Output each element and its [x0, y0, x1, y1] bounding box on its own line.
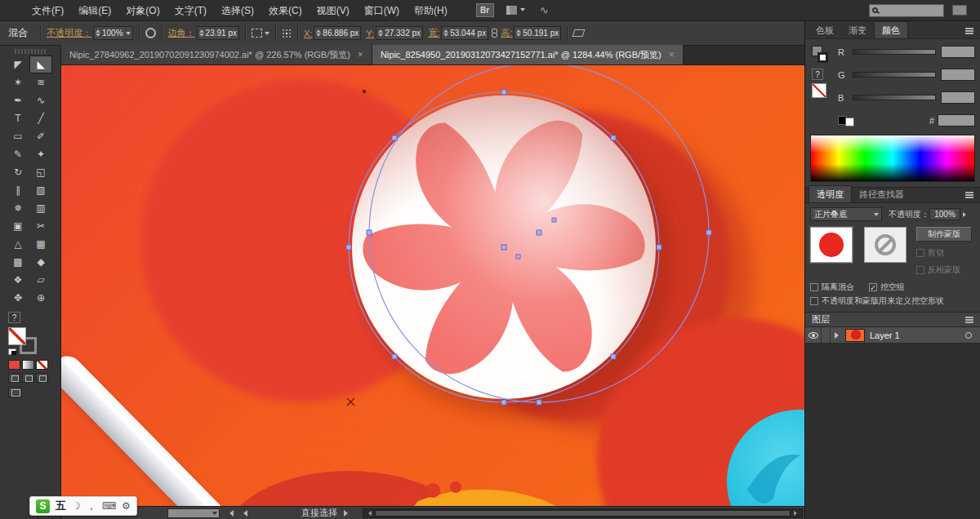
tab-gradient[interactable]: 渐变 — [841, 22, 874, 38]
tool-free-transform[interactable]: ▧ — [29, 181, 52, 199]
bridge-button[interactable]: Br — [476, 3, 494, 17]
tool-rotate[interactable]: ↻ — [7, 163, 29, 181]
make-mask-button[interactable]: 制作蒙版 — [916, 227, 972, 242]
opacity-field[interactable]: 100% — [929, 208, 960, 220]
tab-color[interactable]: 颜色 — [874, 21, 908, 38]
menu-file[interactable]: 文件(F) — [24, 0, 71, 21]
stepper-icon[interactable] — [378, 27, 383, 39]
menu-help[interactable]: 帮助(H) — [407, 0, 455, 21]
corner-link[interactable]: 边角： — [168, 27, 195, 39]
first-artboard-icon[interactable] — [226, 510, 234, 517]
isolate-blending-checkbox[interactable] — [810, 283, 818, 291]
default-fill-stroke-icon[interactable] — [8, 348, 16, 355]
tool-direct-selection[interactable]: ◣ — [29, 55, 52, 73]
ornament-icon[interactable]: ∿ — [540, 4, 549, 16]
menu-edit[interactable]: 编辑(E) — [71, 0, 118, 21]
chevron-down-icon[interactable] — [265, 32, 270, 38]
horizontal-scrollbar[interactable] — [363, 508, 803, 518]
stroke-proxy[interactable] — [817, 52, 828, 63]
draw-behind-button[interactable] — [22, 373, 34, 383]
stepper-icon[interactable] — [96, 27, 100, 39]
ime-keyboard-icon[interactable]: ⌨ — [102, 500, 116, 512]
color-button[interactable] — [8, 360, 20, 370]
stepper-icon[interactable] — [316, 27, 321, 39]
tool-shaper[interactable]: ✦ — [29, 145, 52, 163]
fill-stroke-proxy[interactable] — [8, 327, 44, 357]
width-field[interactable]: 53.044 px — [441, 26, 488, 40]
none-button[interactable] — [36, 360, 48, 370]
g-value-field[interactable] — [941, 69, 975, 81]
ime-punctuation-icon[interactable]: ， — [87, 499, 96, 513]
invert-mask-checkbox[interactable] — [916, 266, 924, 274]
tool-column-graph[interactable]: ▥ — [29, 199, 52, 217]
scroll-right-button[interactable] — [791, 509, 802, 517]
reference-point-icon[interactable] — [282, 29, 292, 38]
menu-window[interactable]: 窗口(W) — [357, 0, 407, 21]
tab-pathfinder[interactable]: 路径查找器 — [852, 186, 911, 202]
tab-transparency[interactable]: 透明度 — [808, 185, 852, 202]
clip-checkbox[interactable] — [916, 249, 924, 257]
menu-type[interactable]: 文字(T) — [167, 0, 214, 21]
x-field[interactable]: 86.886 px — [314, 26, 361, 40]
menu-effect[interactable]: 效果(C) — [261, 0, 310, 21]
draw-inside-button[interactable] — [36, 373, 48, 383]
workspace-switcher[interactable] — [494, 5, 525, 16]
opacity-field[interactable]: 100% — [93, 26, 133, 40]
y-field[interactable]: 27.332 px — [376, 26, 423, 40]
visibility-cell[interactable] — [805, 327, 822, 344]
tool-mesh[interactable]: ▦ — [29, 235, 52, 253]
tool-paintbrush[interactable]: ✐ — [29, 127, 52, 145]
hex-field[interactable] — [938, 114, 975, 126]
height-link[interactable]: 高: — [501, 27, 512, 39]
style-icon[interactable] — [145, 28, 156, 38]
draw-normal-button[interactable] — [8, 373, 20, 383]
ime-logo[interactable]: S — [36, 499, 50, 513]
r-slider[interactable] — [853, 49, 936, 55]
tool-width[interactable]: ∥ — [7, 181, 29, 199]
select-similar-icon[interactable] — [252, 29, 262, 38]
panel-grip[interactable] — [15, 49, 46, 54]
target-icon[interactable] — [965, 332, 972, 339]
link-dimensions-icon[interactable] — [492, 29, 497, 38]
panel-menu-icon[interactable] — [965, 30, 973, 32]
tool-magic-wand[interactable]: ✶ — [7, 73, 29, 91]
tool-type[interactable]: T — [7, 109, 29, 127]
panel-menu-icon[interactable] — [965, 194, 973, 196]
r-value-field[interactable] — [941, 46, 975, 58]
tool-lasso[interactable]: ≋ — [29, 73, 52, 91]
screen-mode-button[interactable] — [8, 387, 22, 397]
artboard-canvas[interactable] — [61, 65, 804, 506]
layer-thumbnail[interactable] — [845, 329, 865, 342]
object-thumbnail[interactable] — [810, 227, 853, 263]
none-swatch[interactable] — [812, 83, 826, 98]
color-spectrum[interactable] — [810, 135, 975, 182]
layer-row[interactable]: Layer 1 — [805, 327, 980, 344]
menu-view[interactable]: 视图(V) — [310, 0, 357, 21]
close-icon[interactable]: × — [358, 49, 363, 60]
shear-icon[interactable] — [572, 29, 586, 37]
corner-field[interactable]: 23.91 px — [197, 26, 239, 40]
tool-line-segment[interactable]: ╱ — [29, 109, 52, 127]
tool-slice[interactable]: ✂ — [29, 217, 52, 235]
app-switch-button[interactable] — [952, 5, 967, 16]
fill-swatch[interactable] — [8, 327, 26, 345]
tool-hand[interactable]: ✥ — [7, 289, 29, 307]
menu-object[interactable]: 对象(O) — [118, 0, 167, 21]
stepper-icon[interactable] — [199, 27, 204, 39]
x-link[interactable]: X: — [304, 29, 312, 38]
scroll-left-button[interactable] — [363, 509, 374, 517]
knockout-group-checkbox[interactable]: ✓ — [869, 283, 877, 291]
stepper-icon[interactable] — [443, 27, 448, 39]
tool-pen[interactable]: ✒ — [7, 91, 29, 109]
g-slider[interactable] — [853, 72, 936, 78]
document-tab-1[interactable]: Nipic_27840962_20190702091230974002.ai* … — [61, 45, 372, 64]
scrollbar-thumb[interactable] — [375, 510, 791, 517]
white-swatch[interactable] — [845, 118, 854, 126]
tool-blend[interactable]: ❖ — [7, 271, 29, 289]
define-knockout-checkbox[interactable] — [810, 297, 818, 305]
search-input[interactable] — [869, 4, 944, 17]
tab-swatches[interactable]: 色板 — [808, 22, 841, 38]
panel-menu-icon[interactable] — [965, 319, 973, 321]
tool-gradient[interactable]: ▩ — [7, 253, 29, 271]
tool-rectangle[interactable]: ▭ — [7, 127, 29, 145]
